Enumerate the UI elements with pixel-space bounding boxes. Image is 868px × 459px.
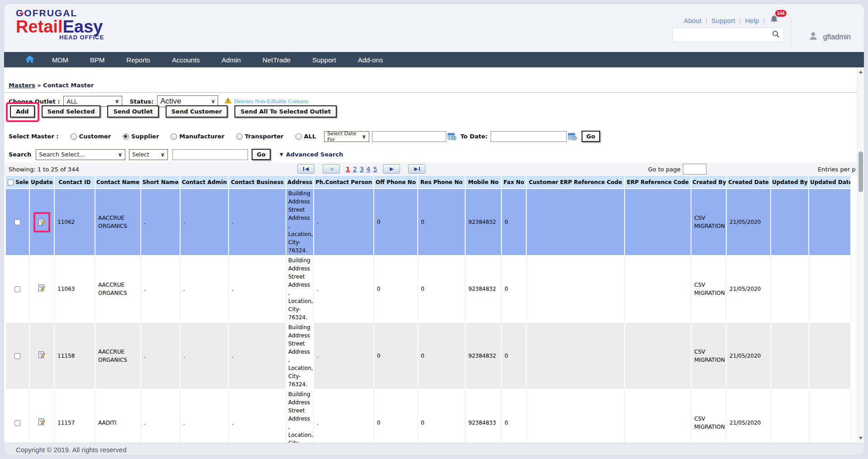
notification-badge: 144 [775, 10, 787, 17]
product-suffix: HEAD OFFICE [59, 34, 104, 41]
date-go-button[interactable]: Go [582, 131, 601, 142]
header-divider [791, 18, 792, 44]
chevron-down-icon: ∨ [211, 98, 215, 104]
column-header-mobile: Mobile No [465, 176, 501, 189]
page-link-5[interactable]: 5 [373, 166, 377, 173]
support-link[interactable]: Support [711, 17, 735, 24]
cell-erp [625, 389, 691, 443]
vertical-scrollbar[interactable] [857, 67, 864, 443]
cell-short_name: . [141, 389, 180, 443]
select-master-label: Select Master : [9, 133, 59, 140]
search-operator-select[interactable]: Select∨ [129, 149, 168, 160]
table-row: 11157AADITI...Building Address Street Ad… [6, 389, 851, 443]
calendar-icon[interactable] [568, 132, 577, 141]
nav-item-support[interactable]: Support [301, 52, 347, 67]
page-link-4[interactable]: 4 [367, 166, 371, 173]
calendar-icon[interactable] [448, 132, 457, 141]
select-all-checkbox[interactable] [8, 180, 14, 185]
scroll-up-button[interactable] [858, 68, 864, 76]
edit-icon[interactable] [38, 284, 46, 292]
nav-item-add-ons[interactable]: Add-ons [347, 52, 394, 67]
edit-icon[interactable] [38, 351, 46, 359]
outlet-select-value: ALL [67, 98, 77, 105]
row-checkbox[interactable] [14, 219, 20, 225]
nav-item-accounts[interactable]: Accounts [161, 52, 211, 67]
scroll-down-button[interactable] [858, 435, 864, 442]
cell-customer_erp [526, 189, 625, 256]
header-search-input[interactable] [673, 28, 772, 42]
top-header: GOFRUGAL RetailEasy HEAD OFFICE About| S… [4, 4, 864, 52]
cell-updated_date [809, 322, 851, 389]
send-customer-button[interactable]: Send Customer [166, 105, 228, 118]
scrollbar-thumb[interactable] [858, 151, 863, 192]
master-radio-supplier[interactable]: Supplier [123, 133, 159, 140]
user-menu[interactable]: gftadmin [807, 30, 851, 44]
chevron-down-icon: ∨ [362, 133, 366, 140]
edit-icon[interactable] [38, 218, 46, 226]
last-page-button[interactable]: ▶ [408, 164, 425, 174]
cell-created_date: 21/05/2020 [726, 189, 771, 256]
search-field-select[interactable]: Search Select...∨ [36, 149, 125, 160]
page-links: 12345 [346, 166, 377, 173]
send-all-button[interactable]: Send All To Selected Outlet [234, 105, 336, 118]
date-for-select[interactable]: Select Date For∨ [324, 131, 369, 142]
help-link[interactable]: Help [745, 17, 759, 24]
nav-item-reports[interactable]: Reports [115, 52, 161, 67]
edit-icon[interactable] [38, 418, 46, 426]
search-field-value: Search Select... [39, 151, 85, 158]
master-radio-transporter[interactable]: Transporter [236, 133, 284, 140]
search-go-button[interactable]: Go [252, 149, 271, 160]
search-query-input[interactable] [172, 149, 248, 160]
cell-customer_erp [526, 322, 625, 389]
master-radio-manufacturer[interactable]: Manufacturer [171, 133, 224, 140]
prev-page-button[interactable]: ◀ [323, 164, 340, 174]
pagination: ◀ ◀ 12345 ▶ ▶ [297, 164, 425, 174]
cell-address: Building Address Street Address , Locati… [286, 256, 314, 322]
advanced-search-link[interactable]: ▼ Advanced Search [280, 151, 343, 158]
next-page-button[interactable]: ▶ [383, 164, 400, 174]
breadcrumb-divider [4, 92, 857, 93]
page-link-3[interactable]: 3 [360, 166, 364, 173]
cell-update [29, 189, 54, 256]
first-page-button[interactable]: ◀ [297, 164, 315, 174]
nav-item-mdm[interactable]: MDM [41, 52, 79, 67]
master-radio-all[interactable]: ALL [296, 133, 316, 140]
cell-ph_contact_person: . [314, 322, 374, 389]
notifications-button[interactable]: 144 [770, 15, 778, 26]
cell-contact_admin: . [180, 256, 229, 322]
cell-created_date: 21/05/2020 [726, 256, 771, 322]
send-outlet-button[interactable]: Send Outlet [107, 105, 158, 118]
cell-ph_contact_person: . [314, 189, 374, 256]
home-nav-button[interactable] [19, 52, 41, 67]
page-title: Contact Master [43, 82, 94, 89]
nav-item-admin[interactable]: Admin [211, 52, 252, 67]
cell-fax: 0 [501, 189, 526, 256]
breadcrumb-masters-link[interactable]: Masters [9, 82, 35, 89]
username-label: gftadmin [823, 33, 851, 41]
cell-select [6, 256, 29, 322]
about-link[interactable]: About [684, 17, 701, 24]
send-selected-button[interactable]: Send Selected [42, 105, 101, 118]
radio-icon [236, 133, 243, 140]
nav-item-bpm[interactable]: BPM [79, 52, 116, 67]
add-button[interactable]: Add [10, 105, 35, 118]
cell-contact_admin: . [180, 389, 229, 443]
cell-off_phone: 0 [374, 189, 418, 256]
row-checkbox[interactable] [14, 420, 20, 426]
go-to-page-input[interactable] [683, 164, 706, 175]
from-date-input[interactable] [372, 131, 446, 142]
content-area: Masters » Contact Master Choose Outlet :… [4, 67, 864, 443]
row-checkbox[interactable] [14, 286, 20, 292]
to-date-input[interactable] [491, 131, 567, 142]
app-window: GOFRUGAL RetailEasy HEAD OFFICE About| S… [4, 4, 864, 455]
page-link-2[interactable]: 2 [353, 166, 357, 173]
column-header-select: Select [6, 176, 29, 189]
page-link-1[interactable]: 1 [346, 166, 350, 173]
search-icon[interactable] [772, 30, 780, 40]
cell-short_name: . [141, 189, 180, 256]
chevron-down-icon: ∨ [115, 98, 119, 104]
row-checkbox[interactable] [14, 353, 20, 359]
table-row: 11158AACCRUE ORGANICS...Building Address… [6, 322, 851, 389]
nav-item-nettrade[interactable]: NetTrade [252, 52, 301, 67]
master-radio-customer[interactable]: Customer [71, 133, 111, 140]
